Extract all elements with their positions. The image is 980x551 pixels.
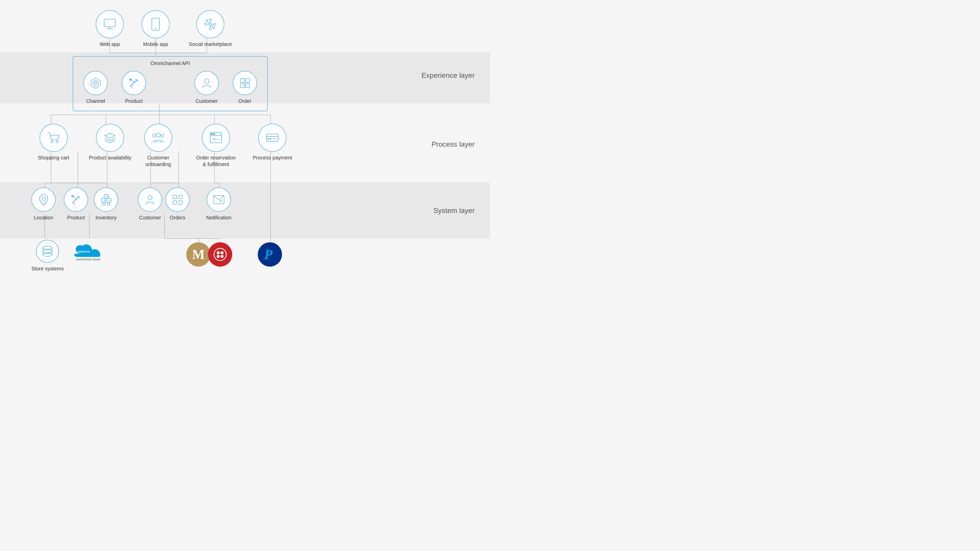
svg-point-75: [211, 134, 212, 135]
svg-point-40: [209, 23, 212, 25]
database-icon: [41, 246, 54, 257]
svg-line-85: [72, 202, 75, 205]
paypal-icon: P: [264, 247, 277, 262]
node-location: Location: [32, 187, 56, 221]
node-channel: Channel: [83, 71, 108, 104]
svg-marker-54: [93, 80, 98, 86]
social-marketplace-circle: [196, 10, 224, 38]
svg-text:salesforce: salesforce: [77, 250, 90, 253]
svg-point-103: [43, 246, 52, 249]
mobile-app-circle: [142, 10, 170, 38]
network-icon: [204, 17, 217, 31]
node-product-exp: Product: [122, 71, 146, 104]
paypal-circle: P: [258, 242, 282, 267]
svg-marker-66: [105, 133, 115, 138]
code-bracket-icon: [209, 132, 223, 144]
connectors-svg: [0, 5, 490, 281]
node-salesforce: salesforce commerce cloud: [72, 242, 105, 263]
node-notification: Notification: [206, 187, 231, 221]
gmail-letter: M: [192, 247, 205, 262]
svg-point-43: [205, 23, 207, 25]
svg-rect-63: [245, 84, 250, 88]
svg-point-111: [214, 248, 226, 261]
customer-onboarding-label: Customeronboarding: [145, 154, 171, 168]
svg-rect-96: [173, 195, 177, 199]
person-icon: [200, 77, 213, 89]
svg-line-58: [131, 79, 135, 83]
grid-2-icon: [172, 194, 183, 205]
twilio-icon: [213, 248, 227, 262]
orders-sys-label: Orders: [170, 214, 185, 221]
mail-icon: [213, 194, 225, 205]
product-sys-circle: [64, 187, 88, 212]
twilio-circle: [208, 242, 232, 267]
svg-marker-53: [91, 78, 100, 88]
svg-rect-99: [179, 201, 182, 204]
smartphone-icon: [151, 17, 160, 31]
social-marketplace-label: Social marketplace: [189, 41, 232, 48]
cart-icon: [47, 132, 60, 144]
system-layer-label: System layer: [433, 206, 475, 215]
svg-rect-98: [173, 201, 177, 204]
customer-onboarding-circle: [144, 124, 172, 152]
node-product-availability: Product availability: [89, 124, 131, 161]
order-label: Order: [239, 98, 251, 104]
product-availability-label: Product availability: [89, 154, 131, 161]
person-2-icon: [145, 194, 156, 205]
svg-point-64: [51, 141, 53, 143]
svg-point-67: [156, 133, 160, 137]
customer-exp-label: Customer: [196, 98, 218, 104]
inventory-circle: [94, 187, 118, 212]
api-box: Omnichannel API Channel: [73, 56, 268, 111]
svg-line-86: [73, 196, 77, 200]
svg-point-83: [42, 197, 45, 200]
node-customer-exp: Customer: [194, 71, 219, 104]
inventory-label: Inventory: [95, 214, 116, 221]
process-payment-label: Process payment: [253, 154, 292, 161]
svg-point-109: [43, 253, 52, 256]
product-exp-label: Product: [125, 98, 143, 104]
node-store-systems: Store systems: [32, 240, 64, 272]
product-sys-label: Product: [67, 214, 85, 221]
order-reservation-circle: [202, 124, 230, 152]
node-mobile-app: Mobile app: [142, 10, 170, 48]
svg-line-52: [211, 25, 213, 27]
web-app-circle: [96, 10, 124, 38]
product-availability-circle: [96, 124, 124, 152]
gmail-circle: M: [186, 242, 210, 267]
location-label: Location: [34, 214, 53, 221]
svg-point-114: [217, 255, 220, 258]
svg-point-106: [43, 250, 52, 253]
svg-point-46: [213, 27, 215, 29]
wrench-hammer-icon: [128, 77, 140, 89]
diagram-container: Web app Mobile app: [0, 0, 490, 286]
node-shopping-cart: Shopping cart: [38, 124, 69, 161]
svg-point-112: [217, 251, 220, 254]
svg-line-51: [207, 21, 209, 23]
node-process-payment: Process payment: [253, 124, 292, 161]
node-orders-sys: Orders: [165, 187, 189, 221]
grid-icon: [239, 77, 251, 89]
layers-icon: [104, 132, 116, 144]
svg-rect-60: [240, 79, 245, 83]
shopping-cart-circle: [40, 124, 68, 152]
mobile-app-label: Mobile app: [143, 41, 168, 48]
node-paypal: P: [258, 242, 282, 267]
svg-rect-93: [103, 203, 105, 205]
pin-icon: [39, 194, 48, 206]
svg-point-113: [221, 251, 224, 254]
boxes-icon: [100, 194, 112, 206]
customer-sys-label: Customer: [139, 214, 161, 221]
notification-circle: [207, 187, 231, 212]
web-app-label: Web app: [100, 41, 120, 48]
svg-text:P: P: [264, 247, 273, 262]
experience-layer-label: Experience layer: [422, 71, 475, 79]
svg-point-39: [155, 28, 156, 29]
svg-point-59: [204, 79, 209, 83]
node-order-reservation: Order reservation& fulfillment: [196, 124, 236, 168]
svg-point-76: [213, 134, 213, 135]
node-social-marketplace: Social marketplace: [189, 10, 232, 48]
salesforce-logo-svg: salesforce: [73, 244, 103, 257]
node-twilio: [208, 242, 232, 267]
salesforce-brand: salesforce commerce cloud: [72, 242, 105, 263]
